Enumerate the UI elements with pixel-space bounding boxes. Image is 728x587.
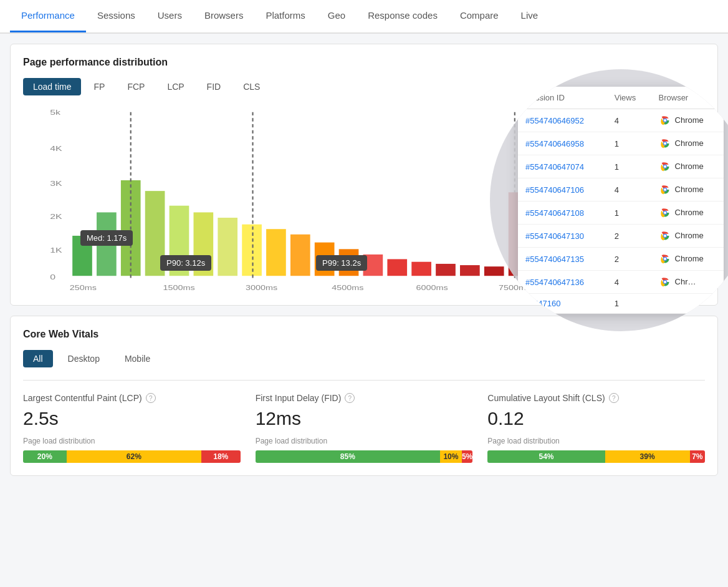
cwv-fid: First Input Delay (FID) ? 12ms Page load… xyxy=(256,393,473,463)
svg-text:1500ms: 1500ms xyxy=(163,284,195,291)
cwv-fid-label: Page load distribution xyxy=(256,437,473,445)
browser-name: Chrome xyxy=(675,138,704,148)
tab-live[interactable]: Live xyxy=(510,0,550,32)
tab-fcp[interactable]: FCP xyxy=(117,78,155,95)
table-row: …5471601 xyxy=(518,294,724,314)
svg-point-47 xyxy=(664,188,666,191)
svg-point-50 xyxy=(664,211,666,214)
session-id-link[interactable]: #554740646958 xyxy=(525,139,584,148)
svg-text:1K: 1K xyxy=(50,246,62,255)
filter-all[interactable]: All xyxy=(23,350,53,367)
session-browser: Chr… xyxy=(651,271,724,294)
tab-geo[interactable]: Geo xyxy=(317,0,357,32)
svg-text:4K: 4K xyxy=(50,144,62,153)
chrome-icon xyxy=(659,160,671,173)
cwv-lcp-title: Largest Contentful Paint (LCP) ? xyxy=(23,393,241,403)
lcp-seg-red: 18% xyxy=(201,450,241,463)
cls-seg-red: 7% xyxy=(690,450,705,463)
tooltip-p90: P90: 3.12s xyxy=(160,255,211,271)
session-browser: Chrome xyxy=(651,109,724,132)
cwv-lcp-value: 2.5s xyxy=(23,408,241,429)
tab-browsers[interactable]: Browsers xyxy=(193,0,255,32)
session-views: 4 xyxy=(607,271,651,294)
chrome-icon xyxy=(659,206,671,219)
table-row: #5547406470741 Chrome xyxy=(518,155,724,178)
svg-point-56 xyxy=(664,258,666,260)
svg-text:6000ms: 6000ms xyxy=(416,284,448,291)
session-views: 1 xyxy=(607,201,651,225)
tab-load-time[interactable]: Load time xyxy=(23,78,81,95)
session-id-link[interactable]: #554740647074 xyxy=(525,162,584,172)
tab-fp[interactable]: FP xyxy=(84,78,115,95)
svg-rect-23 xyxy=(436,264,456,276)
chrome-icon xyxy=(659,183,671,196)
svg-point-59 xyxy=(664,281,666,283)
filter-mobile[interactable]: Mobile xyxy=(115,350,160,367)
chrome-icon xyxy=(659,114,671,127)
tab-compare[interactable]: Compare xyxy=(449,0,510,32)
session-id-link[interactable]: #554740647135 xyxy=(525,255,584,264)
session-id-link[interactable]: #554740647106 xyxy=(525,185,584,195)
nav-tabs: Performance Sessions Users Browsers Plat… xyxy=(0,0,728,34)
session-views: 2 xyxy=(607,225,651,248)
svg-text:250ms: 250ms xyxy=(70,284,97,291)
performance-section-title: Page performance distribution xyxy=(23,57,705,68)
tooltip-med: Med: 1.17s xyxy=(80,230,133,246)
tab-sessions[interactable]: Sessions xyxy=(86,0,146,32)
cwv-cls-progress: 54% 39% 7% xyxy=(487,450,705,463)
fid-help-icon[interactable]: ? xyxy=(345,393,355,403)
session-id-link[interactable]: #554740647130 xyxy=(525,231,584,241)
fid-seg-green: 85% xyxy=(256,450,440,463)
cwv-fid-title: First Input Delay (FID) ? xyxy=(256,393,473,403)
session-id-link[interactable]: #554740647108 xyxy=(525,208,584,218)
table-row: #5547406471081 Chrome xyxy=(518,201,724,225)
cwv-lcp: Largest Contentful Paint (LCP) ? 2.5s Pa… xyxy=(23,393,241,463)
session-browser: Chrome xyxy=(651,248,724,271)
tab-cls[interactable]: CLS xyxy=(233,78,270,95)
performance-distribution-card: Page performance distribution Load time … xyxy=(10,44,718,306)
session-id-link[interactable]: #554740646952 xyxy=(525,116,584,125)
svg-rect-24 xyxy=(460,265,480,276)
lcp-seg-green: 20% xyxy=(23,450,67,463)
svg-text:0: 0 xyxy=(50,273,55,281)
cwv-metrics-row: Largest Contentful Paint (LCP) ? 2.5s Pa… xyxy=(23,393,705,463)
session-browser xyxy=(651,294,724,314)
cwv-cls-title: Cumulative Layout Shift (CLS) ? xyxy=(487,393,705,403)
tab-response-codes[interactable]: Response codes xyxy=(357,0,449,32)
session-id-link[interactable]: …547160 xyxy=(525,299,560,308)
svg-text:3000ms: 3000ms xyxy=(246,284,277,291)
chrome-icon xyxy=(659,137,671,150)
browser-name: Chrome xyxy=(675,208,704,217)
cls-seg-green: 54% xyxy=(487,450,605,463)
tooltip-p99: P99: 13.2s xyxy=(316,255,367,271)
tab-performance[interactable]: Performance xyxy=(10,0,86,32)
cls-help-icon[interactable]: ? xyxy=(609,393,619,403)
tab-users[interactable]: Users xyxy=(146,0,193,32)
lcp-seg-yellow: 62% xyxy=(67,450,201,463)
session-views: 1 xyxy=(607,155,651,178)
session-id-link[interactable]: #554740647136 xyxy=(525,278,584,287)
core-web-vitals-card: Core Web Vitals All Desktop Mobile Large… xyxy=(10,316,718,476)
cwv-filters: All Desktop Mobile xyxy=(23,350,705,367)
svg-rect-25 xyxy=(484,266,504,276)
table-row: #5547406471302 Chrome xyxy=(518,225,724,248)
session-views: 1 xyxy=(607,132,651,155)
browser-name: Chrome xyxy=(675,162,704,171)
tab-platforms[interactable]: Platforms xyxy=(254,0,316,32)
svg-text:3K: 3K xyxy=(50,179,62,188)
svg-point-53 xyxy=(664,235,666,237)
chrome-icon xyxy=(659,230,671,242)
tab-lcp[interactable]: LCP xyxy=(157,78,194,95)
tab-fid[interactable]: FID xyxy=(197,78,231,95)
svg-point-41 xyxy=(664,142,666,145)
table-row: #5547406469524 Chrome xyxy=(518,109,724,132)
col-views: Views xyxy=(607,87,651,109)
zoom-table-container: Session ID Views Browser #5547406469524 … xyxy=(518,87,724,314)
cwv-cls: Cumulative Layout Shift (CLS) ? 0.12 Pag… xyxy=(487,393,705,463)
cls-seg-yellow: 39% xyxy=(605,450,690,463)
session-browser: Chrome xyxy=(651,155,724,178)
filter-desktop[interactable]: Desktop xyxy=(58,350,110,367)
session-views: 4 xyxy=(607,178,651,201)
session-views: 2 xyxy=(607,248,651,271)
lcp-help-icon[interactable]: ? xyxy=(146,393,156,403)
